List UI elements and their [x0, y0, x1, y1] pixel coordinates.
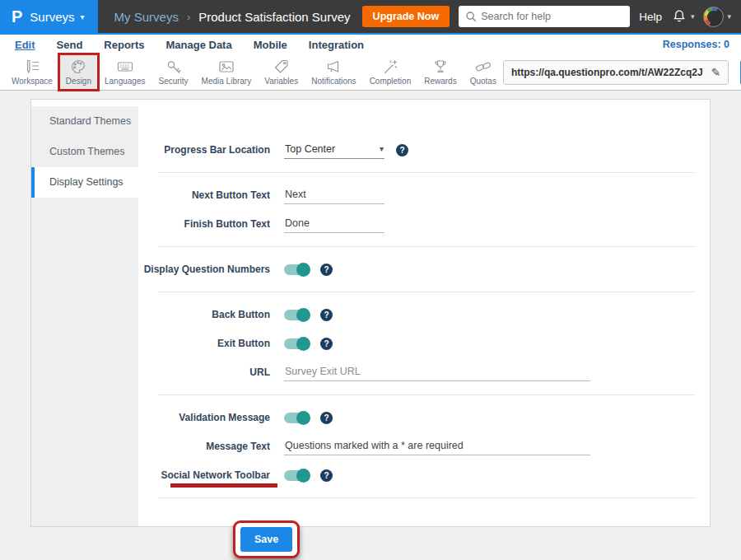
- back-button-label: Back Button: [138, 309, 270, 320]
- exit-button-toggle[interactable]: [284, 338, 309, 349]
- next-button-text-row: Next Button Text: [138, 185, 710, 205]
- tool-label: Notifications: [311, 77, 356, 86]
- nav-tab-reports[interactable]: Reports: [104, 39, 144, 51]
- tool-notifications[interactable]: Notifications: [305, 54, 362, 90]
- tool-variables[interactable]: Variables: [258, 54, 305, 90]
- breadcrumb-my-surveys[interactable]: My Surveys: [114, 10, 179, 24]
- divider: [158, 497, 695, 498]
- progress-bar-location-label: Progress Bar Location: [138, 144, 270, 156]
- tool-label: Security: [158, 77, 188, 86]
- help-icon[interactable]: [320, 469, 333, 482]
- divider: [158, 246, 695, 247]
- upgrade-now-button[interactable]: Upgrade Now: [362, 6, 450, 27]
- tool-design[interactable]: Design: [59, 54, 98, 90]
- tool-label: Workspace: [12, 77, 53, 86]
- search-input[interactable]: [459, 6, 630, 27]
- workspace-icon: [23, 58, 41, 76]
- progress-bar-location-row: Progress Bar Location Top Center ▾: [138, 140, 710, 160]
- nav-tab-integration[interactable]: Integration: [309, 39, 364, 51]
- edit-url-pencil-icon[interactable]: ✎: [711, 66, 721, 79]
- tool-label: Media Library: [202, 77, 252, 86]
- nav-tab-edit[interactable]: Edit: [15, 39, 35, 51]
- social-network-toolbar-label: Social Network Toolbar: [138, 469, 270, 481]
- social-network-toolbar-row: Social Network Toolbar: [138, 465, 710, 485]
- display-question-numbers-toggle[interactable]: [284, 264, 309, 275]
- page-title: Product Satisfaction Survey: [198, 10, 350, 24]
- tool-quotas[interactable]: Quotas: [464, 54, 503, 90]
- nav-tab-mobile[interactable]: Mobile: [254, 39, 287, 51]
- tool-label: Quotas: [470, 77, 496, 86]
- finish-button-text-input[interactable]: [284, 216, 384, 233]
- account-menu[interactable]: ▾: [703, 7, 731, 27]
- tool-label: Rewards: [424, 77, 456, 86]
- bell-icon: [671, 8, 687, 25]
- search-icon: [464, 10, 478, 23]
- progress-bar-location-select[interactable]: Top Center ▾: [284, 142, 384, 159]
- tool-completion[interactable]: Completion: [363, 54, 418, 90]
- exit-button-label: Exit Button: [138, 338, 270, 349]
- message-text-input[interactable]: [284, 438, 590, 455]
- image-icon: [217, 58, 235, 76]
- product-logo-box[interactable]: P Surveys ▾: [0, 0, 98, 33]
- help-icon[interactable]: [320, 412, 333, 424]
- divider: [158, 292, 695, 292]
- tool-label: Design: [66, 77, 91, 86]
- finish-button-text-label: Finish Button Text: [138, 218, 270, 230]
- help-icon[interactable]: [320, 264, 333, 276]
- trophy-icon: [431, 58, 450, 76]
- tool-label: Variables: [264, 77, 298, 86]
- display-question-numbers-row: Display Question Numbers: [138, 259, 710, 279]
- sidebar-item-standard-themes[interactable]: Standard Themes: [31, 106, 138, 137]
- nav-tab-send[interactable]: Send: [57, 39, 83, 51]
- design-palette-icon: [69, 58, 87, 76]
- divider: [158, 394, 695, 395]
- next-button-text-input[interactable]: [284, 187, 384, 204]
- exit-url-input[interactable]: [284, 364, 590, 381]
- tool-security[interactable]: Security: [151, 54, 194, 90]
- survey-url-box: https://qa.questionpro.com/t/AW22Zcq2J ✎: [503, 60, 729, 85]
- notifications-bell[interactable]: ▾: [671, 8, 695, 25]
- help-icon[interactable]: [320, 309, 333, 321]
- magic-wand-icon: [381, 58, 399, 76]
- validation-message-row: Validation Message: [138, 408, 710, 427]
- design-settings-card: Standard Themes Custom Themes Display Se…: [30, 99, 711, 527]
- design-sidebar: Standard Themes Custom Themes Display Se…: [31, 106, 138, 526]
- responses-count[interactable]: Responses: 0: [663, 39, 729, 50]
- breadcrumb-separator-icon: ›: [187, 11, 190, 23]
- tool-label: Languages: [105, 77, 146, 86]
- key-icon: [165, 58, 183, 76]
- exit-button-row: Exit Button: [138, 334, 710, 353]
- red-underline-annotation: [170, 483, 277, 488]
- surveys-menu-label: Surveys: [30, 10, 74, 24]
- chain-links-icon: [474, 58, 492, 76]
- chevron-down-icon: ▾: [727, 12, 731, 21]
- validation-message-label: Validation Message: [138, 412, 270, 423]
- social-network-toolbar-toggle[interactable]: [284, 470, 309, 481]
- next-button-text-label: Next Button Text: [138, 189, 270, 201]
- nav-tab-manage-data[interactable]: Manage Data: [165, 39, 231, 51]
- sidebar-item-custom-themes[interactable]: Custom Themes: [31, 137, 138, 167]
- sidebar-item-display-settings[interactable]: Display Settings: [31, 167, 138, 198]
- surveys-menu[interactable]: Surveys ▾: [30, 10, 84, 24]
- help-icon[interactable]: [396, 144, 408, 156]
- display-settings-form: Progress Bar Location Top Center ▾ Next …: [138, 100, 710, 526]
- divider: [158, 172, 695, 173]
- megaphone-icon: [324, 58, 343, 76]
- save-annotation-box: Save: [233, 520, 300, 558]
- help-icon[interactable]: [320, 338, 333, 350]
- exit-url-label: URL: [138, 366, 270, 378]
- selected-value: Top Center: [285, 143, 335, 155]
- save-button[interactable]: Save: [240, 527, 292, 552]
- topbar: P Surveys ▾ My Surveys › Product Satisfa…: [0, 0, 741, 33]
- tool-rewards[interactable]: Rewards: [417, 54, 463, 90]
- help-link[interactable]: Help: [639, 11, 662, 23]
- display-question-numbers-label: Display Question Numbers: [138, 264, 270, 275]
- tag-icon: [273, 58, 291, 76]
- chevron-down-icon: ▾: [81, 12, 85, 21]
- tool-languages[interactable]: Languages: [98, 54, 152, 90]
- chevron-down-icon: ▾: [691, 12, 695, 21]
- tool-workspace[interactable]: Workspace: [5, 54, 59, 90]
- validation-message-toggle[interactable]: [284, 413, 309, 423]
- back-button-toggle[interactable]: [284, 310, 309, 320]
- tool-media-library[interactable]: Media Library: [195, 54, 259, 90]
